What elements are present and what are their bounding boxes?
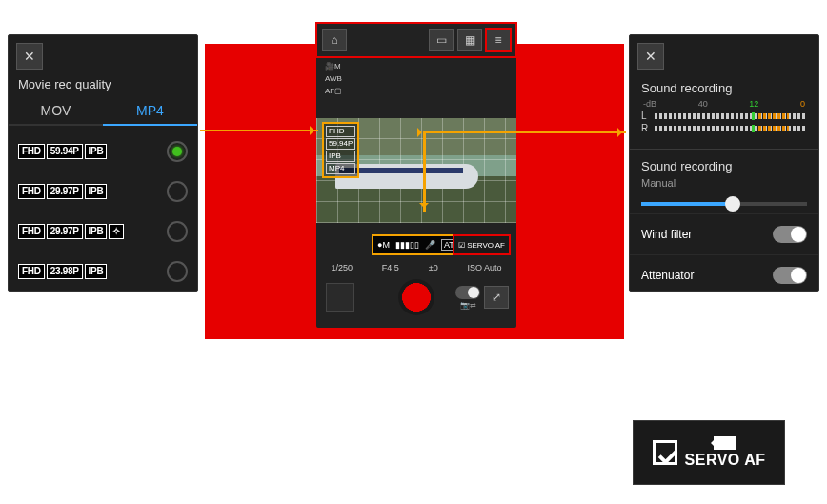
camera-switch-icon: 📷⇄ xyxy=(460,301,476,310)
scale-0: 0 xyxy=(800,99,805,109)
meter-right: R xyxy=(641,123,807,133)
servo-af-button[interactable]: SERVO AF xyxy=(633,420,785,485)
video-mode-icon: 🎥M xyxy=(322,61,345,71)
quality-option[interactable]: FHD 29.97P IPB ✧ xyxy=(16,212,190,252)
quality-option[interactable]: FHD 59.94P IPB xyxy=(16,131,190,171)
attenuator-row: Attenuator xyxy=(630,254,818,295)
channel-r-label: R xyxy=(641,123,651,133)
close-button[interactable]: ✕ xyxy=(16,43,43,70)
wind-filter-toggle[interactable] xyxy=(773,226,807,243)
codec-tag: IPB xyxy=(85,144,108,159)
expand-button[interactable]: ⤢ xyxy=(484,286,509,309)
codec-tag: IPB xyxy=(85,224,108,239)
res-tag: FHD xyxy=(18,264,45,279)
quality-options: FHD 59.94P IPB FHD 29.97P IPB FHD 29.97P… xyxy=(9,126,197,297)
record-button[interactable] xyxy=(398,279,434,315)
toolbar-button[interactable]: ▭ xyxy=(429,29,454,51)
wb-badge: AWB xyxy=(322,73,345,84)
attenuator-toggle[interactable] xyxy=(773,267,807,284)
ev-value: ±0 xyxy=(429,263,438,272)
res-tag: FHD xyxy=(18,224,45,239)
radio-icon[interactable] xyxy=(167,141,188,162)
radio-icon[interactable] xyxy=(167,221,188,242)
slider-handle-icon[interactable] xyxy=(725,196,740,212)
fps-tag: 23.98P xyxy=(47,264,83,279)
format-tabs: MOV MP4 xyxy=(9,95,197,126)
res-tag: FHD xyxy=(18,144,45,159)
quality-option[interactable]: FHD 29.97P IPB xyxy=(16,171,190,212)
bottom-controls: 📷⇄ ⤢ xyxy=(316,272,516,322)
q-codec: IPB xyxy=(326,151,355,162)
af-badge: AF▢ xyxy=(322,86,345,96)
db-label: -dB xyxy=(643,99,656,109)
meter-scale: -dB 40 12 0 xyxy=(641,99,807,109)
shooting-badges: 🎥M AWB AF▢ xyxy=(322,61,345,96)
scale-12: 12 xyxy=(749,99,758,109)
q-res: FHD xyxy=(326,126,355,137)
menu-button[interactable]: ≡ xyxy=(486,29,511,51)
movie-camera-icon xyxy=(714,436,736,450)
light-tag: ✧ xyxy=(109,224,124,239)
top-toolbar: ⌂ ▭ ▦ ≡ xyxy=(316,23,516,57)
aperture-value: F4.5 xyxy=(382,263,399,272)
meter-left: L xyxy=(641,111,807,121)
checkbox-checked-icon xyxy=(653,440,677,465)
movie-rec-quality-panel: ✕ Movie rec quality MOV MP4 FHD 59.94P I… xyxy=(8,34,198,292)
thumbnail-button[interactable] xyxy=(326,283,354,312)
shutter-value: 1/250 xyxy=(331,263,353,272)
quality-option[interactable]: FHD 23.98P IPB xyxy=(16,252,190,292)
fps-tag: 29.97P xyxy=(47,184,83,199)
mode-toggle[interactable] xyxy=(455,286,480,299)
tab-mp4[interactable]: MP4 xyxy=(103,95,197,126)
microphone-icon: 🎤 xyxy=(425,240,435,250)
level-meter-icon: ▮▮▮▯▯ xyxy=(395,240,419,250)
wind-filter-label: Wind filter xyxy=(641,228,692,241)
radio-icon[interactable] xyxy=(167,261,188,282)
section-title: Sound recording xyxy=(641,159,807,173)
level-slider[interactable] xyxy=(641,202,807,206)
sound-recording-panel: ✕ Sound recording -dB 40 12 0 L R Sound … xyxy=(629,34,819,292)
fps-tag: 59.94P xyxy=(47,144,83,159)
attenuator-label: Attenuator xyxy=(641,269,694,282)
toolbar-button[interactable]: ▦ xyxy=(457,29,482,51)
q-container: MP4 xyxy=(326,163,355,174)
tab-mov[interactable]: MOV xyxy=(9,95,103,126)
wind-filter-row: Wind filter xyxy=(630,213,818,254)
arrow-down-icon xyxy=(423,131,425,212)
servo-label: SERVO AF xyxy=(467,241,505,250)
level-meter-icon xyxy=(655,113,807,119)
servo-af-label: SERVO AF xyxy=(685,452,766,469)
checkbox-icon: ☑ xyxy=(458,241,465,250)
section-title: Sound recording xyxy=(641,81,807,95)
fps-tag: 29.97P xyxy=(47,224,83,239)
channel-l-label: L xyxy=(641,111,651,121)
arrow-icon xyxy=(200,130,318,131)
recording-mode-value: Manual xyxy=(641,177,807,189)
close-button[interactable]: ✕ xyxy=(637,43,664,70)
quality-indicator[interactable]: FHD 59.94P IPB MP4 xyxy=(322,122,359,178)
switch-camera-icon[interactable]: 📷⇄ xyxy=(455,286,480,310)
panel-title: Movie rec quality xyxy=(9,77,197,95)
home-button[interactable]: ⌂ xyxy=(322,29,347,51)
iso-value: ISO Auto xyxy=(468,263,502,272)
level-meter-icon xyxy=(655,126,807,131)
mic-mode-icon: ●M xyxy=(377,240,390,250)
codec-tag: IPB xyxy=(85,184,108,199)
scale-40: 40 xyxy=(698,99,708,109)
servo-af-toggle[interactable]: ☑ SERVO AF xyxy=(453,234,511,255)
res-tag: FHD xyxy=(18,184,45,199)
q-fps: 59.94P xyxy=(326,138,355,150)
camera-live-panel: ⌂ ▭ ▦ ≡ 🎥M AWB AF▢ FHD 59.94P IPB MP4 ●M… xyxy=(316,23,516,328)
exposure-readout: 1/250 F4.5 ±0 ISO Auto xyxy=(316,263,516,272)
arrow-icon xyxy=(424,131,626,133)
codec-tag: IPB xyxy=(85,264,108,279)
radio-icon[interactable] xyxy=(167,181,188,202)
